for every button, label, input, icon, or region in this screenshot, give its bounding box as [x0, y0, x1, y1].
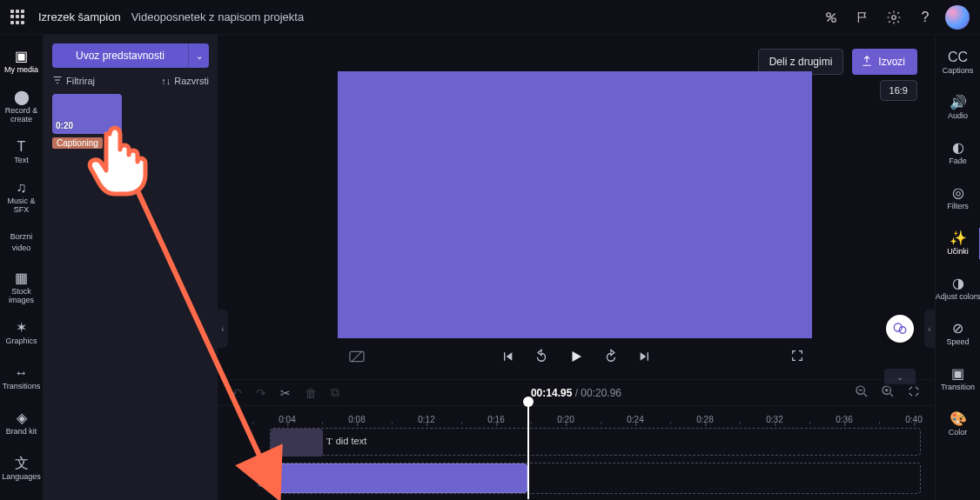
svg-point-0	[827, 12, 831, 17]
media-caption-badge: Captioning	[52, 137, 103, 149]
rightnav-label-4: Učinki	[947, 248, 969, 257]
filter-button[interactable]: Filtriraj	[52, 75, 95, 87]
rightnav-item-3[interactable]: ◎Filters	[936, 176, 981, 221]
rightnav-icon-7: ▣	[951, 366, 964, 382]
rightnav-item-0[interactable]: CCCaptions	[936, 40, 981, 85]
undo-icon[interactable]: ↶	[232, 386, 242, 400]
text-clip-label: T did text	[326, 436, 366, 446]
preview-area: Deli z drugimi Izvozi 16:9 ‹ ‹	[218, 35, 935, 379]
fullscreen-icon[interactable]	[790, 349, 804, 365]
topbar-icons: ?	[823, 10, 933, 25]
timeline-ruler[interactable]: 0:040:080:120:160:200:240:280:320:360:40	[218, 405, 935, 424]
rightnav-item-5[interactable]: ◑Adjust colors	[936, 266, 981, 311]
text-track[interactable]: T did text	[270, 428, 921, 456]
leftnav-item-3[interactable]: ♫Music & SFX	[0, 176, 44, 219]
forward-icon[interactable]	[603, 349, 619, 364]
rightnav-item-6[interactable]: ⊘Speed	[936, 311, 981, 357]
leftnav-item-8[interactable]: ◈Brand kit	[0, 402, 44, 445]
media-duration: 0:20	[56, 121, 73, 130]
rightnav-item-4[interactable]: ✨Učinki	[936, 221, 981, 266]
leftnav-label-4: video	[10, 244, 33, 253]
rightnav-item-8[interactable]: 🎨Color	[936, 402, 981, 447]
skip-end-icon[interactable]	[638, 350, 652, 363]
export-label: Izvozi	[878, 56, 905, 68]
left-nav: ▣My media⬤Record & createTText♫Music & S…	[0, 35, 44, 500]
rightnav-icon-0: CC	[948, 50, 968, 65]
app-label: Izrezek šampion	[38, 10, 121, 23]
leftnav-label-3: Music & SFX	[0, 197, 44, 215]
sort-label: Razvrsti	[174, 76, 209, 86]
rightnav-label-6: Speed	[946, 338, 969, 347]
redo-icon[interactable]: ↷	[256, 386, 266, 400]
top-bar: Izrezek šampion Videoposnetek z napisom …	[0, 0, 980, 35]
speed-icon[interactable]	[823, 10, 839, 25]
svg-point-1	[832, 17, 836, 22]
flag-icon[interactable]	[855, 10, 870, 25]
rightnav-icon-8: 🎨	[950, 411, 967, 427]
rewind-icon[interactable]	[534, 349, 549, 364]
leftnav-icon-3: ♫	[17, 180, 27, 196]
rightnav-label-0: Captions	[943, 67, 974, 76]
leftnav-icon-2: T	[17, 139, 26, 155]
fit-icon[interactable]	[907, 384, 921, 401]
rightnav-icon-4: ✨	[950, 230, 967, 246]
rightnav-item-7[interactable]: ▣Transition	[936, 357, 981, 402]
project-title[interactable]: Videoposnetek z napisom projekta	[131, 10, 305, 23]
leftnav-icon-8: ◈	[17, 410, 27, 426]
settings-icon[interactable]	[886, 10, 902, 25]
apps-grid-icon[interactable]	[10, 10, 26, 25]
timeline-time: 00:14.95 / 00:20.96	[218, 387, 935, 399]
rightnav-icon-1: 🔊	[950, 95, 967, 110]
leftnav-icon-1: ⬤	[14, 90, 30, 105]
transport-controls	[218, 339, 935, 374]
rightnav-icon-3: ◎	[952, 185, 964, 201]
leftnav-item-1[interactable]: ⬤Record & create	[0, 85, 44, 129]
leftnav-icon-7: ↔	[15, 365, 29, 381]
rightnav-label-7: Transition	[941, 383, 975, 392]
leftnav-item-6[interactable]: ✶Graphics	[0, 311, 44, 355]
leftnav-item-7[interactable]: ↔Transitions	[0, 357, 44, 400]
leftnav-item-4[interactable]: Borznivideo	[0, 221, 44, 264]
rightnav-icon-5: ◑	[952, 276, 964, 291]
skip-start-icon[interactable]	[500, 350, 514, 363]
zoom-in-icon[interactable]	[881, 384, 895, 401]
leftnav-label-9: Languages	[0, 473, 43, 482]
leftnav-label-1: Record & create	[0, 107, 44, 124]
zoom-out-icon[interactable]	[855, 384, 869, 401]
playhead[interactable]	[527, 405, 529, 499]
leftnav-item-9[interactable]: 文Languages	[0, 447, 44, 490]
leftnav-item-5[interactable]: ▦Stock images	[0, 266, 44, 310]
help-icon[interactable]: ?	[917, 10, 933, 25]
video-track[interactable]	[270, 463, 921, 494]
leftnav-label-0: My media	[3, 66, 40, 75]
center-area: Deli z drugimi Izvozi 16:9 ‹ ‹	[218, 35, 935, 500]
play-icon[interactable]	[568, 349, 584, 364]
rightnav-item-2[interactable]: ◐Fade	[936, 130, 981, 176]
import-media-button[interactable]: Uvoz predstavnosti	[52, 43, 188, 68]
split-icon[interactable]: ✂	[280, 386, 291, 400]
rightnav-item-1[interactable]: 🔊Audio	[936, 85, 981, 130]
video-preview[interactable]	[338, 71, 812, 338]
export-button[interactable]: Izvozi	[852, 49, 917, 75]
title-group: Izrezek šampion Videoposnetek z napisom …	[38, 10, 304, 23]
user-avatar[interactable]	[945, 5, 970, 30]
svg-point-2	[892, 15, 896, 19]
track-add-button[interactable]: ⊕	[258, 466, 275, 487]
leftnav-item-2[interactable]: TText	[0, 130, 44, 174]
sort-icon: ↑↓	[161, 76, 171, 86]
video-clip[interactable]	[271, 463, 527, 493]
import-media-dropdown[interactable]: ⌄	[188, 43, 209, 68]
leftnav-icon-6: ✶	[16, 320, 27, 336]
leftnav-label-8: Brand kit	[4, 428, 39, 437]
total-time: / 00:20.96	[575, 387, 621, 399]
media-thumbnail[interactable]: 0:20	[52, 94, 122, 134]
sort-button[interactable]: ↑↓ Razvrsti	[161, 76, 209, 86]
timeline-tracks: T did text ⊕	[218, 424, 935, 499]
text-clip[interactable]	[271, 429, 323, 457]
delete-icon[interactable]: 🗑	[305, 386, 317, 400]
rightnav-label-5: Adjust colors	[936, 293, 980, 302]
duplicate-icon[interactable]: ⧉	[331, 385, 339, 400]
ruler-tick: 0:16	[487, 415, 504, 424]
aspect-ratio-badge[interactable]: 16:9	[880, 80, 917, 101]
leftnav-item-0[interactable]: ▣My media	[0, 40, 44, 83]
